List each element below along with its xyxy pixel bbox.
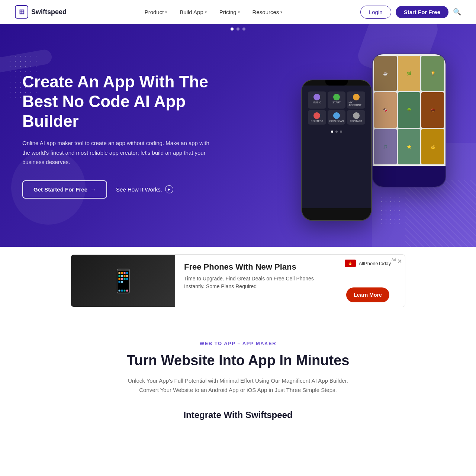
carousel-dot-3[interactable] <box>242 28 245 30</box>
chevron-down-icon: ▾ <box>165 10 167 14</box>
arrow-right-icon: → <box>90 186 96 193</box>
ad-section: 📱 Free Phones With New Plans Time to Upg… <box>0 247 476 315</box>
ad-close-button[interactable]: ✕ <box>397 258 402 265</box>
learn-more-button[interactable]: Learn More <box>346 287 389 302</box>
phone-notch <box>325 80 348 86</box>
chevron-down-icon: ▾ <box>238 10 240 14</box>
nav-build-app[interactable]: Build App ▾ <box>174 6 212 18</box>
music-icon <box>313 94 320 100</box>
menu-item-contest: CONTEST <box>308 110 326 125</box>
menu-item-music: MUSIC <box>308 91 326 109</box>
grid-item-4: 🍫 <box>374 92 397 128</box>
phone-front-mockup: MUSIC START MY ACCOUNT CONTEST <box>301 80 372 221</box>
menu-label-music: MUSIC <box>313 101 321 104</box>
play-icon: ▶ <box>165 185 173 193</box>
carousel-dots <box>231 28 245 30</box>
menu-label-coin-scan: COIN SCAN <box>329 120 344 122</box>
menu-item-account: MY ACCOUNT <box>347 91 365 109</box>
nav-pricing[interactable]: Pricing ▾ <box>214 6 245 18</box>
section-tag: WEB TO APP – APP MAKER <box>15 341 461 346</box>
logo[interactable]: ⊞ Swiftspeed <box>15 5 67 19</box>
carousel-dot-2[interactable] <box>237 28 239 30</box>
menu-item-contact: CONTACT <box>347 110 365 125</box>
logo-text: Swiftspeed <box>31 8 67 16</box>
ad-description: Time to Upgrade. Find Great Deals on Fre… <box>184 275 322 290</box>
phone-back-screen: ☕ 🌿 🏆 🍫 🌳 🌰 🎵 ⭐ 💰 <box>373 54 446 166</box>
grid-item-6: 🌰 <box>421 92 444 128</box>
phone-front-content: MUSIC START MY ACCOUNT CONTEST <box>302 86 371 208</box>
navbar: ⊞ Swiftspeed Product ▾ Build App ▾ Prici… <box>0 0 476 24</box>
get-started-button[interactable]: Get Started For Free → <box>22 180 107 199</box>
menu-item-start: START <box>328 91 346 109</box>
carousel-dot-1[interactable] <box>231 28 234 30</box>
start-for-free-button[interactable]: Start For Free <box>396 6 448 18</box>
section-description: Unlock Your App's Full Potential with Mi… <box>123 376 353 395</box>
menu-label-account: MY ACCOUNT <box>348 101 364 106</box>
menu-item-coin-scan: COIN SCAN <box>328 110 346 125</box>
ad-brand-name: AllPhoneToday <box>359 261 391 266</box>
logo-icon: ⊞ <box>15 5 28 19</box>
account-icon <box>353 94 360 100</box>
phone-mockups: ☕ 🌿 🏆 🍫 🌳 🌰 🎵 ⭐ 💰 <box>298 46 454 225</box>
ad-brand-icon: 🔥 <box>345 260 356 267</box>
hero-content: Create An App With The Best No Code AI A… <box>0 24 476 247</box>
hero-text-block: Create An App With The Best No Code AI A… <box>22 72 216 199</box>
search-icon[interactable]: 🔍 <box>453 8 461 16</box>
nav-dot-3 <box>340 131 342 133</box>
web-to-app-section: WEB TO APP – APP MAKER Turn Website Into… <box>0 315 476 439</box>
nav-dot-2 <box>335 131 338 133</box>
ad-image: 📱 <box>71 255 175 307</box>
grid-item-7: 🎵 <box>374 129 397 164</box>
section-title: Turn Website Into App In Minutes <box>15 352 461 369</box>
ad-side-panel: 🔥 AllPhoneToday Learn More <box>331 255 405 307</box>
chevron-down-icon: ▾ <box>205 10 207 14</box>
ad-banner: 📱 Free Phones With New Plans Time to Upg… <box>71 254 405 307</box>
hero-cta: Get Started For Free → See How It Works.… <box>22 180 216 199</box>
phone-ad-illustration: 📱 <box>109 268 137 294</box>
ad-layout: 📱 Free Phones With New Plans Time to Upg… <box>71 255 405 307</box>
nav-dot-1 <box>331 131 333 133</box>
grid-item-5: 🌳 <box>398 92 421 128</box>
menu-label-start: START <box>332 101 341 104</box>
contact-icon <box>353 112 360 119</box>
grid-item-3: 🏆 <box>421 56 444 91</box>
chevron-down-icon: ▾ <box>280 10 282 14</box>
see-how-it-works-button[interactable]: See How It Works. ▶ <box>116 185 173 193</box>
menu-label-contact: CONTACT <box>350 120 362 122</box>
contest-icon <box>313 112 320 119</box>
nav-resources[interactable]: Resources ▾ <box>247 6 288 18</box>
nav-product[interactable]: Product ▾ <box>139 6 173 18</box>
grid-item-9: 💰 <box>421 129 444 164</box>
hero-title: Create An App With The Best No Code AI A… <box>22 72 216 131</box>
coin-scan-icon <box>333 112 340 119</box>
grid-item-1: ☕ <box>374 56 397 91</box>
phone-menu-grid: MUSIC START MY ACCOUNT CONTEST <box>305 89 368 128</box>
hero-section: Create An App With The Best No Code AI A… <box>0 24 476 247</box>
phone-back-mockup: ☕ 🌿 🏆 🍫 🌳 🌰 🎵 ⭐ 💰 <box>372 54 446 187</box>
hero-subtitle: Online AI app maker tool to create an ap… <box>22 138 216 167</box>
grid-item-2: 🌿 <box>398 56 421 91</box>
nav-actions: Login Start For Free 🔍 <box>360 6 461 19</box>
start-icon <box>333 94 340 100</box>
ad-title: Free Phones With New Plans <box>184 262 322 272</box>
grid-item-8: ⭐ <box>398 129 421 164</box>
menu-label-contest: CONTEST <box>311 120 323 122</box>
login-button[interactable]: Login <box>360 6 391 19</box>
ad-label: Ad <box>392 258 396 262</box>
ad-brand: 🔥 AllPhoneToday <box>345 260 391 267</box>
integrate-heading: Integrate With Swiftspeed <box>15 410 461 420</box>
phone-nav-dots <box>305 131 368 133</box>
ad-content: Free Phones With New Plans Time to Upgra… <box>175 255 331 307</box>
main-content: WEB TO APP – APP MAKER Turn Website Into… <box>0 315 476 439</box>
nav-links: Product ▾ Build App ▾ Pricing ▾ Resource… <box>139 6 288 18</box>
